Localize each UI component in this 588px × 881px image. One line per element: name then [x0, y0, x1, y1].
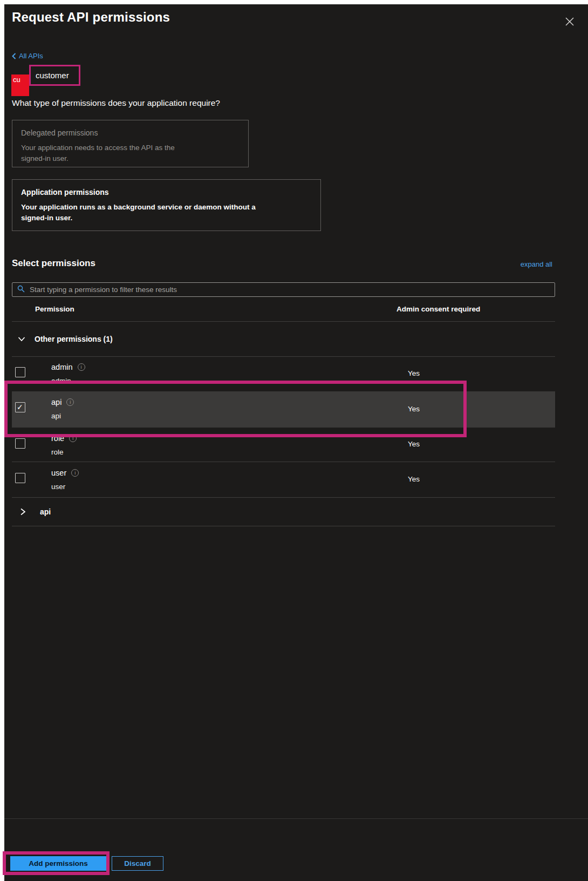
permission-name: role: [51, 434, 64, 443]
group-api-collapsed[interactable]: api: [12, 498, 555, 526]
chevron-down-icon: [17, 335, 26, 343]
permission-description: admin: [51, 377, 71, 385]
search-input[interactable]: [29, 285, 555, 294]
column-header-permission: Permission: [35, 305, 74, 313]
checkbox-admin[interactable]: [15, 367, 25, 377]
permission-description: role: [51, 448, 64, 456]
permission-search-box[interactable]: [12, 282, 555, 297]
chevron-right-icon: [19, 507, 26, 516]
application-permissions-card[interactable]: Application permissions Your application…: [12, 179, 321, 231]
admin-consent-value: Yes: [408, 440, 420, 448]
permission-description: user: [51, 483, 65, 491]
permission-name: admin: [51, 363, 73, 371]
column-header-admin-consent: Admin consent required: [396, 305, 480, 313]
group-label: api: [40, 507, 51, 516]
application-permissions-title: Application permissions: [21, 188, 320, 196]
info-icon[interactable]: [69, 435, 77, 442]
chevron-left-icon: [12, 53, 16, 59]
dialog-title: Request API permissions: [12, 10, 170, 25]
info-icon[interactable]: [71, 469, 79, 477]
info-icon[interactable]: [66, 398, 74, 406]
add-permissions-button[interactable]: Add permissions: [10, 856, 106, 871]
api-resource-name: customer: [31, 71, 69, 80]
expand-all-link[interactable]: expand all: [521, 260, 552, 268]
breadcrumb-label: All APIs: [19, 52, 43, 60]
permission-row-user[interactable]: user user Yes: [12, 462, 555, 498]
checkbox-user[interactable]: [15, 473, 25, 483]
avatar-initials: cu: [13, 76, 20, 84]
annotation-box-customer: customer: [29, 65, 80, 86]
info-icon[interactable]: [78, 363, 85, 371]
checkbox-api-checked[interactable]: [15, 402, 25, 412]
permission-description: api: [51, 412, 61, 420]
permission-row-admin[interactable]: admin admin Yes: [12, 356, 555, 391]
permission-row-role[interactable]: role role Yes: [12, 428, 555, 462]
delegated-permissions-title: Delegated permissions: [21, 128, 248, 137]
delegated-permissions-description: Your application needs to access the API…: [21, 143, 194, 164]
close-icon[interactable]: [562, 14, 577, 29]
checkbox-role[interactable]: [15, 438, 25, 449]
discard-button[interactable]: Discard: [112, 856, 163, 871]
permission-type-question: What type of permissions does your appli…: [12, 98, 220, 108]
permission-row-api[interactable]: api api Yes: [12, 391, 555, 428]
api-avatar: cu: [11, 74, 29, 96]
admin-consent-value: Yes: [408, 405, 420, 413]
select-permissions-heading: Select permissions: [12, 258, 95, 269]
breadcrumb-all-apis[interactable]: All APIs: [12, 52, 43, 60]
admin-consent-value: Yes: [408, 369, 420, 377]
permission-name: api: [51, 398, 61, 406]
request-api-permissions-dialog: Request API permissions All APIs cu cust…: [4, 4, 588, 881]
group-other-permissions[interactable]: Other permissions (1): [12, 321, 555, 356]
search-icon: [12, 285, 29, 295]
group-label: Other permissions (1): [35, 335, 113, 343]
permission-name: user: [51, 469, 66, 477]
admin-consent-value: Yes: [408, 475, 420, 483]
application-permissions-description: Your application runs as a background se…: [21, 202, 269, 223]
delegated-permissions-card[interactable]: Delegated permissions Your application n…: [12, 120, 249, 167]
footer-divider: [4, 818, 588, 819]
